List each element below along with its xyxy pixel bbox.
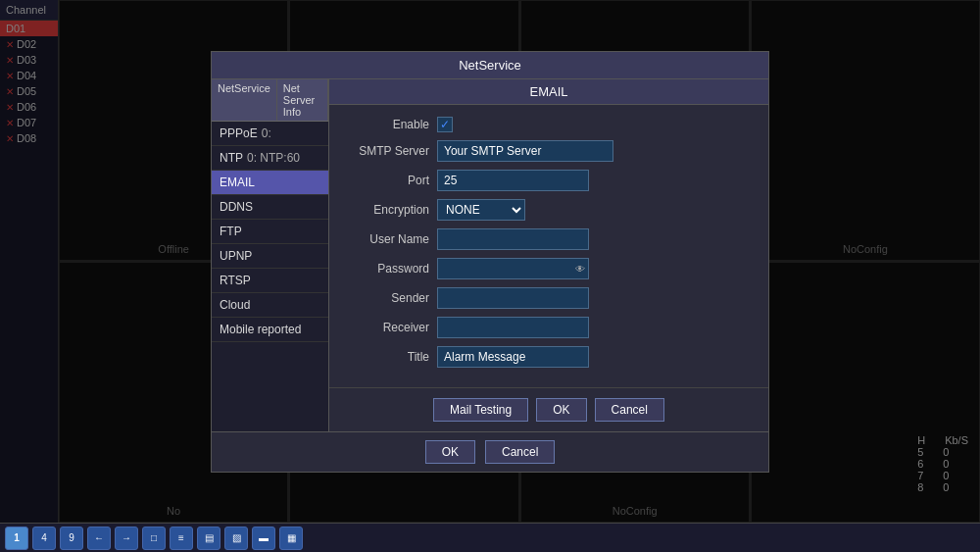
taskbar-btn-4[interactable]: 4 (32, 527, 56, 550)
netservice-item-email[interactable]: EMAIL (212, 171, 328, 195)
port-label: Port (341, 174, 429, 187)
email-ok-button[interactable]: OK (536, 398, 586, 422)
taskbar-btn-grid[interactable]: ▤ (197, 527, 220, 550)
netservice-item-pppoe[interactable]: PPPoE 0: (212, 122, 328, 146)
receiver-row: Receiver (341, 317, 757, 338)
taskbar-btn-layout[interactable]: ▨ (224, 527, 248, 550)
email-buttons: Mail Testing OK Cancel (329, 387, 768, 431)
encryption-row: Encryption NONE SSL TLS (341, 199, 757, 221)
taskbar-btn-prev[interactable]: ← (87, 527, 111, 550)
encryption-select[interactable]: NONE SSL TLS (437, 199, 525, 221)
enable-row: Enable (341, 117, 757, 132)
netservice-cancel-button[interactable]: Cancel (485, 440, 555, 464)
netservice-list: NetService Net Server Info PPPoE 0: NTP … (212, 79, 329, 431)
password-label: Password (341, 262, 429, 276)
password-eye-icon[interactable]: 👁 (575, 263, 585, 274)
smtp-label: SMTP Server (341, 144, 429, 158)
title-row: Title (341, 346, 757, 368)
email-dialog: EMAIL Enable SMTP Server Port (329, 79, 768, 431)
taskbar-btn-9[interactable]: 9 (60, 527, 83, 550)
receiver-label: Receiver (341, 321, 429, 334)
sender-input[interactable] (437, 287, 589, 309)
taskbar: 1 4 9 ← → □ ≡ ▤ ▨ ▬ ▦ (0, 523, 980, 552)
email-dialog-body: Enable SMTP Server Port (329, 105, 768, 387)
encryption-label: Encryption (341, 203, 429, 217)
port-input[interactable] (437, 170, 589, 191)
enable-label: Enable (341, 118, 429, 131)
netservice-item-ddns[interactable]: DDNS (212, 195, 328, 220)
receiver-input[interactable] (437, 317, 589, 338)
sender-row: Sender (341, 287, 757, 309)
netservice-body: NetService Net Server Info PPPoE 0: NTP … (212, 79, 768, 431)
title-input[interactable] (437, 346, 589, 368)
email-dialog-title: EMAIL (329, 79, 768, 105)
dialog-bottom-buttons: OK Cancel (212, 431, 768, 472)
netservice-item-cloud[interactable]: Cloud (212, 293, 328, 318)
netservice-title: NetService (212, 52, 768, 79)
netservice-dialog: NetService NetService Net Server Info PP… (211, 51, 769, 473)
netservice-item-rtsp[interactable]: RTSP (212, 269, 328, 293)
netservice-ok-button[interactable]: OK (425, 440, 475, 464)
taskbar-btn-settings[interactable]: ▦ (279, 527, 303, 550)
password-row: Password 👁 (341, 258, 757, 279)
smtp-input[interactable] (437, 140, 613, 162)
list-col2-header: Net Server Info (277, 79, 328, 121)
netservice-item-mobile[interactable]: Mobile reported (212, 318, 328, 342)
password-input[interactable] (437, 258, 589, 279)
username-input[interactable] (437, 228, 589, 250)
taskbar-btn-next[interactable]: → (115, 527, 138, 550)
email-cancel-button[interactable]: Cancel (595, 398, 664, 422)
taskbar-btn-1[interactable]: 1 (5, 527, 28, 550)
mail-testing-button[interactable]: Mail Testing (433, 398, 528, 422)
taskbar-btn-ptz[interactable]: ▬ (252, 527, 275, 550)
list-col-header: NetService Net Server Info (212, 79, 328, 122)
netservice-item-ntp[interactable]: NTP 0: NTP:60 (212, 146, 328, 171)
title-label: Title (341, 350, 429, 364)
netservice-item-ftp[interactable]: FTP (212, 220, 328, 244)
username-row: User Name (341, 228, 757, 250)
list-col1-header: NetService (212, 79, 277, 121)
username-label: User Name (341, 232, 429, 246)
port-row: Port (341, 170, 757, 191)
netservice-item-upnp[interactable]: UPNP (212, 244, 328, 269)
sender-label: Sender (341, 291, 429, 305)
taskbar-btn-live[interactable]: □ (142, 527, 166, 550)
taskbar-btn-menu[interactable]: ≡ (170, 527, 193, 550)
smtp-row: SMTP Server (341, 140, 757, 162)
enable-checkbox[interactable] (437, 117, 453, 132)
dialog-overlay: NetService NetService Net Server Info PP… (0, 0, 980, 523)
